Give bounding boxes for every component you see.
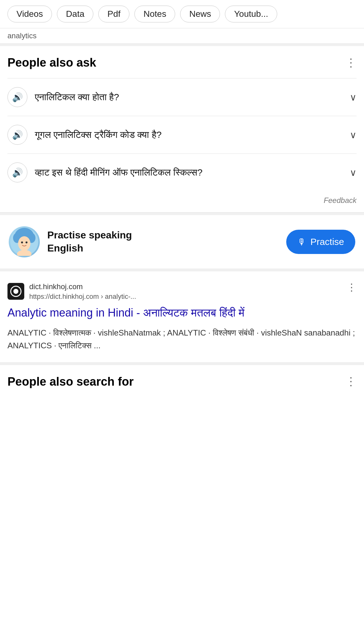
chip-data[interactable]: Data: [57, 6, 93, 22]
chip-pdf[interactable]: Pdf: [98, 6, 129, 22]
svg-point-6: [26, 242, 27, 243]
avatar: [9, 226, 40, 257]
chip-news[interactable]: News: [180, 6, 220, 22]
speaker-icon-2: 🔊: [12, 130, 23, 140]
paa-question-3-left: 🔊 व्हाट इस थे हिंदी मीनिंग ऑफ एनालिटिकल …: [7, 162, 345, 182]
filter-chips-row: Videos Data Pdf Notes News Youtub...: [0, 0, 364, 28]
practise-title: Practise speaking English: [47, 229, 132, 255]
speaker-button-3[interactable]: 🔊: [7, 162, 27, 182]
practise-button[interactable]: 🎙 Practise: [286, 230, 355, 254]
svg-point-5: [21, 242, 23, 243]
result-domain: dict.hinkhoj.com: [29, 281, 136, 292]
favicon-eye: [13, 289, 18, 294]
speaker-icon-3: 🔊: [12, 167, 23, 178]
paa-title: People also ask: [7, 56, 96, 69]
people-also-search-for-section: People also search for ⋮: [0, 365, 364, 396]
people-also-ask-section: People also ask ⋮ 🔊 एनालिटिकल क्या होता …: [0, 46, 364, 213]
pasa-title: People also search for: [7, 375, 134, 388]
pasa-header: People also search for ⋮: [7, 375, 357, 388]
feedback-row: Feedback: [7, 191, 357, 212]
speaker-button-1[interactable]: 🔊: [7, 87, 27, 107]
paa-menu-icon[interactable]: ⋮: [345, 57, 357, 68]
chevron-down-icon-3: ∨: [350, 167, 357, 178]
paa-question-2[interactable]: 🔊 गूगल एनालिटिक्स ट्रैकिंग कोड क्या है? …: [7, 116, 357, 153]
result-source-info: dict.hinkhoj.com https://dict.hinkhoj.co…: [29, 281, 136, 301]
practise-card: Practise speaking English 🎙 Practise: [0, 215, 364, 269]
microphone-icon: 🎙: [297, 237, 306, 247]
pasa-menu-icon[interactable]: ⋮: [345, 376, 357, 387]
search-result: dict.hinkhoj.com https://dict.hinkhoj.co…: [0, 271, 364, 363]
result-snippet: ANALYTIC · विश्लेषणात्मक · vishleShaNatm…: [7, 327, 357, 352]
paa-question-3[interactable]: 🔊 व्हाट इस थे हिंदी मीनिंग ऑफ एनालिटिकल …: [7, 153, 357, 191]
paa-question-text-1: एनालिटिकल क्या होता है?: [35, 91, 119, 104]
chevron-down-icon-2: ∨: [350, 129, 357, 140]
avatar-illustration: [10, 228, 38, 256]
chevron-down-icon-1: ∨: [350, 92, 357, 103]
chip-notes[interactable]: Notes: [134, 6, 175, 22]
paa-question-1[interactable]: 🔊 एनालिटिकल क्या होता है? ∨: [7, 78, 357, 116]
paa-question-text-2: गूगल एनालिटिक्स ट्रैकिंग कोड क्या है?: [35, 128, 161, 141]
analytics-label: analytics: [0, 28, 364, 44]
result-source-left: dict.hinkhoj.com https://dict.hinkhoj.co…: [7, 281, 136, 301]
result-source-row: dict.hinkhoj.com https://dict.hinkhoj.co…: [7, 281, 357, 301]
practise-card-left: Practise speaking English: [9, 226, 286, 257]
paa-question-2-left: 🔊 गूगल एनालिटिक्स ट्रैकिंग कोड क्या है?: [7, 125, 345, 145]
speaker-button-2[interactable]: 🔊: [7, 125, 27, 145]
chip-videos[interactable]: Videos: [7, 6, 52, 22]
speaker-icon-1: 🔊: [12, 92, 23, 102]
practise-button-label: Practise: [310, 237, 344, 247]
feedback-label[interactable]: Feedback: [324, 196, 357, 205]
favicon-inner: [10, 286, 21, 297]
paa-question-1-left: 🔊 एनालिटिकल क्या होता है?: [7, 87, 345, 107]
practise-text: Practise speaking English: [47, 229, 132, 255]
favicon: [7, 283, 24, 300]
chip-youtube[interactable]: Youtub...: [225, 6, 277, 22]
svg-point-4: [18, 236, 30, 251]
result-menu-icon[interactable]: ⋮: [347, 281, 357, 293]
paa-header: People also ask ⋮: [7, 56, 357, 69]
result-title[interactable]: Analytic meaning in Hindi - अनाल्यिटक मत…: [7, 305, 357, 321]
result-url: https://dict.hinkhoj.com › analytic-...: [29, 292, 136, 302]
paa-question-text-3: व्हाट इस थे हिंदी मीनिंग ऑफ एनालिटिकल स्…: [35, 166, 203, 179]
